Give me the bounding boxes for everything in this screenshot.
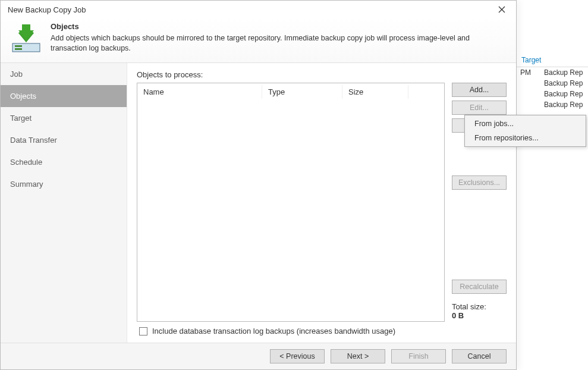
close-button[interactable]	[491, 1, 512, 18]
svg-rect-1	[15, 45, 22, 47]
edit-button[interactable]: Edit...	[452, 101, 507, 115]
step-summary[interactable]: Summary	[1, 173, 127, 195]
objects-label: Objects to process:	[137, 70, 507, 79]
svg-rect-2	[15, 48, 22, 50]
cancel-button[interactable]: Cancel	[452, 349, 507, 363]
svg-rect-0	[12, 43, 40, 52]
wizard-dialog: New Backup Copy Job Objects Add objects …	[0, 0, 517, 370]
step-objects[interactable]: Objects	[1, 85, 127, 107]
add-button[interactable]: Add...	[452, 83, 507, 97]
header-icon	[10, 22, 42, 54]
menu-from-repositories[interactable]: From repositories...	[466, 131, 584, 145]
finish-button[interactable]: Finish	[391, 349, 446, 363]
bg-col-target[interactable]: Target	[517, 54, 588, 67]
step-data-transfer[interactable]: Data Transfer	[1, 129, 127, 151]
col-blank	[408, 89, 444, 94]
wizard-footer: < Previous Next > Finish Cancel	[1, 343, 516, 369]
col-name[interactable]: Name	[137, 85, 262, 99]
menu-from-jobs[interactable]: From jobs...	[466, 117, 584, 131]
previous-button[interactable]: < Previous	[270, 349, 325, 363]
dialog-title: New Backup Copy Job	[8, 5, 86, 14]
add-dropdown: From jobs... From repositories...	[464, 115, 586, 147]
background-grid: Target PMBackup Rep Backup Rep Backup Re…	[517, 0, 588, 202]
close-icon	[498, 6, 505, 13]
header-title: Objects	[51, 22, 507, 31]
total-size: Total size: 0 B	[452, 302, 507, 320]
step-job[interactable]: Job	[1, 63, 127, 85]
wizard-steps: Job Objects Target Data Transfer Schedul…	[1, 63, 127, 343]
download-arrow-icon	[10, 22, 42, 54]
header-description: Add objects which backups should be mirr…	[51, 33, 507, 54]
col-size[interactable]: Size	[342, 85, 408, 99]
include-tlog-row[interactable]: Include database transaction log backups…	[137, 322, 445, 343]
include-tlog-checkbox[interactable]	[139, 327, 147, 335]
step-target[interactable]: Target	[1, 107, 127, 129]
next-button[interactable]: Next >	[331, 349, 385, 363]
include-tlog-label: Include database transaction log backups…	[152, 327, 395, 335]
wizard-content: Objects to process: Name Type Size	[127, 63, 516, 343]
col-type[interactable]: Type	[262, 85, 342, 99]
recalculate-button[interactable]: Recalculate	[452, 280, 507, 294]
titlebar: New Backup Copy Job	[1, 1, 516, 18]
step-schedule[interactable]: Schedule	[1, 151, 127, 173]
table-body	[137, 100, 444, 321]
wizard-header: Objects Add objects which backups should…	[1, 18, 516, 63]
objects-table[interactable]: Name Type Size	[137, 83, 445, 322]
exclusions-button[interactable]: Exclusions...	[452, 175, 507, 190]
table-header: Name Type Size	[137, 83, 444, 100]
